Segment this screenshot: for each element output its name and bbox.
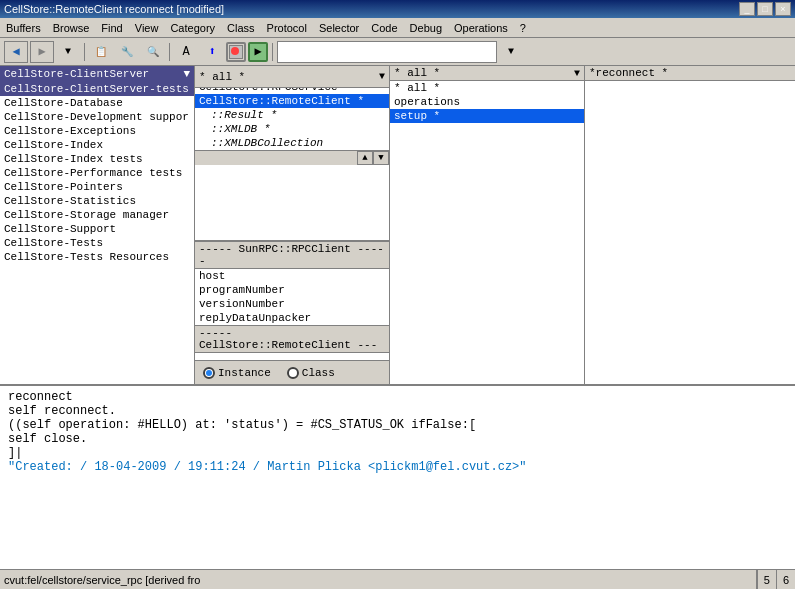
new-button[interactable]: 📋 [89,41,113,63]
mid-separator: ----- CellStore::RemoteClient --- [195,325,389,353]
left-list-item[interactable]: CellStore-Performance tests [0,166,194,180]
forward-button[interactable]: ▶ [30,41,54,63]
tool-btn-4[interactable]: A [174,41,198,63]
tool-btn-5[interactable]: ⬆ [200,41,224,63]
left-panel-scroll-down[interactable]: ▼ [183,68,190,80]
mid-bottom-item[interactable]: versionNumber [195,297,389,311]
search-dropdown[interactable]: ▼ [499,41,523,63]
menu-item-class[interactable]: Class [221,18,261,37]
ops-item[interactable]: * all * [390,81,584,95]
code-content: reconnect self reconnect. ((self operati… [8,390,787,474]
left-list-item[interactable]: CellStore-Index [0,138,194,152]
mid-scroll-up[interactable]: ▲ [357,151,373,165]
code-line: ]| [8,446,787,460]
menu-item-debug[interactable]: Debug [404,18,448,37]
menu-item-view[interactable]: View [129,18,165,37]
menu-item-selector[interactable]: Selector [313,18,365,37]
separator-1 [84,43,85,61]
status-main-text: cvut:fel/cellstore/service_rpc [derived … [0,574,756,586]
instance-radio[interactable]: Instance [203,367,271,379]
code-line: ((self operation: #HELLO) at: 'status') … [8,418,787,432]
titlebar: CellStore::RemoteClient reconnect [modif… [0,0,795,18]
left-list-item[interactable]: CellStore-ClientServer-tests [0,82,194,96]
dropdown-button[interactable]: ▼ [56,41,80,63]
code-area[interactable]: reconnect self reconnect. ((self operati… [0,384,795,569]
left-list-item[interactable]: CellStore-Development suppor [0,110,194,124]
maximize-button[interactable]: □ [757,2,773,16]
code-line: self reconnect. [8,404,787,418]
selector-filter-text: * all * [199,71,379,83]
instance-radio-circle [203,367,215,379]
minimize-button[interactable]: _ [739,2,755,16]
title-text: CellStore::RemoteClient reconnect [modif… [4,3,224,15]
status-col2: 6 [776,570,795,590]
mid-scroll-down[interactable]: ▼ [373,151,389,165]
tool-btn-2[interactable]: 🔧 [115,41,139,63]
class-radio[interactable]: Class [287,367,335,379]
left-panel-header: CellStore-ClientServer ▼ [0,66,194,82]
mid-top-item[interactable]: ::XMLDBCollection [195,136,389,150]
titlebar-buttons: _ □ × [739,2,791,16]
left-list-item[interactable]: CellStore-Statistics [0,194,194,208]
tool-btn-3[interactable]: 🔍 [141,41,165,63]
ops-item[interactable]: setup * [390,109,584,123]
mid-bottom-item[interactable]: programNumber [195,283,389,297]
mid-top-item[interactable]: ::Result * [195,108,389,122]
menu-item-?[interactable]: ? [514,18,532,37]
statusbar: cvut:fel/cellstore/service_rpc [derived … [0,569,795,589]
left-list-item[interactable]: CellStore-Support [0,222,194,236]
operations-panel: * all * ▼ * all *operationssetup * [390,66,585,384]
separator-3 [272,43,273,61]
left-list-item[interactable]: CellStore-Exceptions [0,124,194,138]
menu-item-buffers[interactable]: Buffers [0,18,47,37]
tool-btn-6[interactable] [226,42,246,62]
left-list-item[interactable]: CellStore-Pointers [0,180,194,194]
menu-item-category[interactable]: Category [164,18,221,37]
selector-filter-dropdown[interactable]: ▼ [379,71,385,82]
mid-top-item[interactable]: ::XMLDB * [195,122,389,136]
left-list-item[interactable]: CellStore-Index tests [0,152,194,166]
middle-bottom-list: ----- SunRPC::RPCClient -----hostprogram… [195,241,389,360]
code-line: reconnect [8,390,787,404]
left-list-item[interactable]: CellStore-Tests [0,236,194,250]
left-list-item[interactable]: CellStore-Tests Resources [0,250,194,264]
menu-item-code[interactable]: Code [365,18,403,37]
search-input[interactable] [277,41,497,63]
separator-2 [169,43,170,61]
menu-item-browse[interactable]: Browse [47,18,96,37]
ops-item[interactable]: operations [390,95,584,109]
ops-header: * all * [394,67,574,79]
menubar: BuffersBrowseFindViewCategoryClassProtoc… [0,18,795,38]
content-area: CellStore-ClientServer ▼ CellStore-Clien… [0,66,795,384]
ops-list: * all *operationssetup * [390,81,584,123]
left-panel-title: CellStore-ClientServer [4,68,149,80]
close-button[interactable]: × [775,2,791,16]
class-radio-circle [287,367,299,379]
right-area: * all * ▼ * all *operationssetup * *reco… [390,66,795,384]
menu-item-protocol[interactable]: Protocol [261,18,313,37]
tool-btn-7[interactable]: ▶ [248,42,268,62]
middle-panel: CellStore::NetReadStreamCellStore::RPCSe… [195,66,390,384]
code-line: "Created: / 18-04-2009 / 19:11:24 / Mart… [8,460,787,474]
left-list-item[interactable]: CellStore-Storage manager [0,208,194,222]
back-button[interactable]: ◀ [4,41,28,63]
source-header: *reconnect * [589,67,668,79]
middle-top-list: CellStore::NetReadStreamCellStore::RPCSe… [195,66,389,241]
left-list-item[interactable]: CellStore-Database [0,96,194,110]
mid-bottom-item[interactable]: replyDataUnpacker [195,311,389,325]
mid-bottom-item[interactable]: host [195,269,389,283]
mid-top-item[interactable]: CellStore::RemoteClient * [195,94,389,108]
code-line: self close. [8,432,787,446]
selector-filter-row: * all * ▼ [195,66,390,88]
status-col1: 5 [757,570,776,590]
menu-item-find[interactable]: Find [95,18,128,37]
instance-label: Instance [218,367,271,379]
ops-dropdown[interactable]: ▼ [574,68,580,79]
mid-separator-1: ----- SunRPC::RPCClient ----- [195,241,389,269]
middle-footer: Instance Class [195,360,389,384]
menu-item-operations[interactable]: Operations [448,18,514,37]
toolbar: ◀ ▶ ▼ 📋 🔧 🔍 A ⬆ ▶ ▼ [0,38,795,66]
source-panel: *reconnect * [585,66,795,384]
left-panel-list: CellStore-ClientServer-testsCellStore-Da… [0,82,194,384]
class-label: Class [302,367,335,379]
